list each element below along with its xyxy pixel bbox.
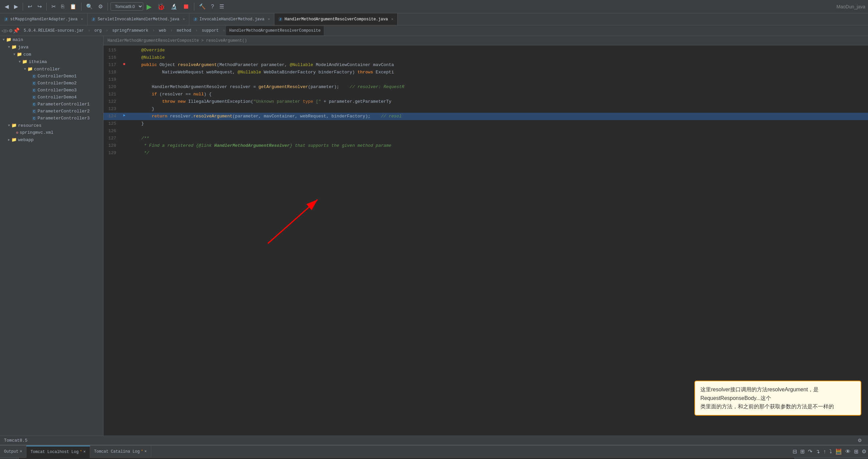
tab-stmappinghandleradapter[interactable]: J stMappingHandlerAdapter.java × (0, 13, 88, 25)
paste-btn[interactable]: 📋 (68, 2, 79, 11)
stop-btn[interactable]: ⏹ (181, 2, 191, 11)
help-btn[interactable]: ? (209, 3, 216, 11)
expand-btn[interactable]: ⊞ (799, 447, 806, 456)
bc-handler[interactable]: HandlerMethodArgumentResolverComposite (226, 26, 324, 35)
code-line-122: 122 throw new IllegalArgumentException("… (103, 98, 868, 105)
table-view-btn[interactable]: ⊞ (852, 447, 860, 456)
bc-springframework[interactable]: springframework (109, 26, 152, 35)
close-icon[interactable]: × (83, 450, 86, 454)
sidebar-item-paramcontroller2[interactable]: C ParameterController2 (0, 108, 103, 115)
find-btn[interactable]: 🔍 (84, 2, 95, 11)
copy-btn[interactable]: ⎘ (59, 3, 66, 11)
debug-btn[interactable]: 🐞 (155, 2, 167, 12)
tab-catalina-log[interactable]: Tomcat Catalina Log * × (90, 446, 151, 458)
nav-back[interactable]: ◁ (1, 27, 5, 34)
step-over-btn[interactable]: ↷ (806, 447, 814, 456)
nav-pin[interactable]: 📌 (13, 27, 20, 34)
line-code: NativeWebRequest webRequest, @Nullable W… (128, 69, 868, 76)
bc-sep: › (105, 28, 108, 33)
close-icon[interactable]: × (183, 18, 185, 21)
settings-bottom-btn[interactable]: ⚙ (860, 447, 868, 456)
step-out-btn[interactable]: ↑ (822, 448, 828, 456)
svg-line-0 (268, 199, 317, 243)
coverage-btn[interactable]: 🔬 (168, 2, 179, 11)
tab-handlerargumentresolver[interactable]: J HandlerMethodArgumentResolverComposite… (274, 13, 398, 25)
code-line-123: 123 } (103, 105, 868, 113)
tab-invocablehandlermethod[interactable]: J InvocableHandlerMethod.java × (189, 13, 274, 25)
item-label: ParameterController2 (38, 109, 90, 114)
java-icon: J (4, 18, 8, 21)
sidebar-item-com[interactable]: ▼ 📁 com (0, 51, 103, 58)
sidebar-item-java[interactable]: ▼ 📁 java (0, 43, 103, 51)
sidebar-item-controller[interactable]: ▼ 📁 controller (0, 65, 103, 73)
java-icon: J (193, 18, 198, 21)
expand-icon: ▼ (8, 45, 10, 49)
bc-sep: › (223, 28, 225, 33)
breadcrumb-tabs: ◁ ▷ ⚙ 📌 5.0.4.RELEASE-sources.jar › org … (0, 25, 868, 36)
bc-support[interactable]: support (198, 26, 222, 35)
code-line-121: 121 if (resolver == null) { (103, 91, 868, 98)
line-code: public Object resolveArgument(MethodPara… (128, 61, 868, 69)
close-icon[interactable]: × (81, 18, 83, 21)
modified-indicator: * (80, 450, 82, 454)
sidebar-item-main[interactable]: ▼ 📁 main (0, 36, 103, 43)
close-icon[interactable]: × (145, 449, 147, 454)
cut-btn[interactable]: ✂ (50, 2, 58, 11)
run-btn[interactable]: ▶ (145, 2, 154, 12)
step-into-btn[interactable]: ↴ (814, 447, 822, 456)
tab-localhost-log[interactable]: Tomcat Localhost Log * × (26, 446, 90, 458)
sidebar-item-controllerdemo4[interactable]: C ControllerDemo4 (0, 94, 103, 101)
java-class-icon: C (32, 109, 36, 113)
variables-panel: Variables ▶ ⊙ this = {HandlerMethodArgum… (19, 458, 795, 459)
watch-btn[interactable]: 👁 (844, 448, 852, 456)
settings-cog[interactable]: ⚙ (856, 437, 864, 444)
menu-btn[interactable]: ☰ (217, 2, 226, 11)
expand-icon: ▼ (24, 67, 26, 71)
expand-icon: ▼ (3, 38, 5, 42)
tomcat-selector[interactable]: Tomcat9.0Tomcat9.0 (111, 2, 143, 11)
forward-btn[interactable]: ▶ (12, 2, 20, 11)
close-icon[interactable]: × (20, 449, 22, 454)
back-btn[interactable]: ◀ (3, 2, 11, 11)
bc-method[interactable]: method (173, 26, 194, 35)
bc-web[interactable]: web (156, 26, 169, 35)
item-label: resources (18, 123, 41, 128)
evaluate-btn[interactable]: 🧮 (834, 447, 844, 456)
bc-org[interactable]: org (91, 26, 105, 35)
sidebar-item-controllerdemo3[interactable]: C ControllerDemo3 (0, 87, 103, 94)
redo-btn[interactable]: ↪ (35, 2, 44, 11)
settings-btn[interactable]: ⚙ (96, 2, 105, 11)
sidebar-item-webapp[interactable]: ▶ 📁 webapp (0, 136, 103, 143)
nav-settings[interactable]: ⚙ (9, 27, 12, 34)
sidebar-item-controllerdemo1[interactable]: C ControllerDemo1 (0, 73, 103, 80)
bc-sources[interactable]: 5.0.4.RELEASE-sources.jar (20, 26, 87, 35)
build-btn[interactable]: 🔨 (197, 2, 208, 11)
breakpoint-icon[interactable]: ● (123, 61, 126, 67)
line-number: 115 (103, 47, 120, 54)
undo-btn[interactable]: ↩ (26, 2, 34, 11)
sidebar-item-paramcontroller3[interactable]: C ParameterController3 (0, 115, 103, 122)
close-icon[interactable]: × (268, 18, 270, 21)
sidebar-item-resources[interactable]: ▼ 📁 resources (0, 122, 103, 129)
item-label: ParameterController1 (38, 102, 90, 107)
tab-servletinvocable[interactable]: J ServletInvocableHandlerMethod.java × (88, 13, 189, 25)
bc-label: 5.0.4.RELEASE-sources.jar (24, 28, 84, 33)
sidebar-item-itheima[interactable]: ▼ 📁 itheima (0, 58, 103, 65)
run-to-cursor-btn[interactable]: ⤵ (828, 448, 834, 456)
line-code: */ (128, 150, 868, 157)
code-content[interactable]: 115 @Override 116 @Nullable 117 ● public… (103, 45, 868, 436)
line-gutter: ● (120, 61, 128, 67)
sidebar-item-springmvc[interactable]: ⚙ springmvc.xml (0, 129, 103, 136)
line-code (128, 76, 868, 84)
bottom-content: ▶ ⏹ ⚗ 📋 ⬇ ⚙ Variables ▶ ⊙ this = {Handle… (0, 458, 868, 459)
nav-forward[interactable]: ▷ (5, 27, 9, 34)
line-number: 124 (103, 113, 120, 120)
collapse-btn[interactable]: ⊟ (791, 447, 799, 456)
sidebar-item-paramcontroller1[interactable]: C ParameterController1 (0, 101, 103, 108)
tab-output[interactable]: Output × (0, 446, 26, 458)
folder-icon: 📁 (11, 123, 17, 128)
tab-label: Output (4, 449, 18, 454)
sep3 (81, 3, 82, 11)
close-icon[interactable]: × (391, 18, 394, 21)
sidebar-item-controllerdemo2[interactable]: C ControllerDemo2 (0, 80, 103, 87)
